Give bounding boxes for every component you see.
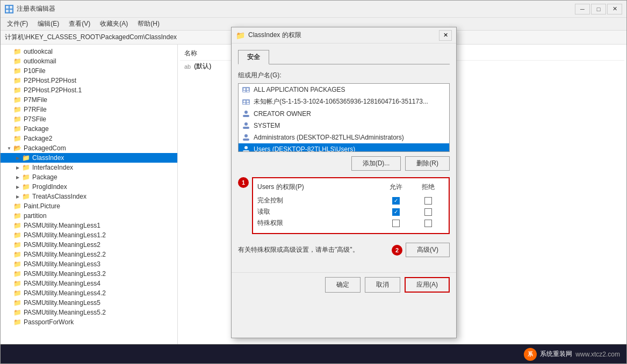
remove-button[interactable]: 删除(R) xyxy=(405,156,450,171)
deny-special-checkbox[interactable] xyxy=(412,220,444,227)
perm-row-read: 读取 xyxy=(257,206,444,217)
expander-icon xyxy=(5,318,13,326)
tab-security[interactable]: 安全 xyxy=(238,50,269,64)
allow-fullcontrol-checkbox[interactable] xyxy=(380,197,412,205)
tree-item[interactable]: 📁 PASMUtility.MeaningLess4 xyxy=(1,279,177,288)
user-list-item-system[interactable]: SYSTEM xyxy=(239,120,449,132)
svg-point-10 xyxy=(243,100,246,103)
checkbox-deny-full[interactable] xyxy=(424,197,432,205)
user-list-item-creator[interactable]: CREATOR OWNER xyxy=(239,108,449,120)
user-list[interactable]: ALL APPLICATION PACKAGES 未知帐户(S-1-15-3-1… xyxy=(238,83,450,152)
tree-item[interactable]: ▶ 📁 ProgIdIndex xyxy=(1,182,177,192)
expander-icon xyxy=(5,289,13,297)
svg-rect-21 xyxy=(243,150,249,152)
tree-item[interactable]: ▶ 📁 InterfaceIndex xyxy=(1,163,177,172)
apply-button[interactable]: 应用(A) xyxy=(405,277,450,293)
ok-button[interactable]: 确定 xyxy=(325,277,361,293)
checkbox-allow-special[interactable] xyxy=(392,220,400,227)
svg-rect-15 xyxy=(243,115,249,117)
close-button[interactable]: ✕ xyxy=(607,4,622,14)
cancel-button[interactable]: 取消 xyxy=(365,277,400,293)
tree-item[interactable]: 📁 Package xyxy=(1,124,177,134)
svg-rect-13 xyxy=(247,103,249,104)
permissions-section: Users 的权限(P) 允许 拒绝 完全控制 xyxy=(252,177,450,234)
tree-item[interactable]: ▶ 📁 TreatAsClassIndex xyxy=(1,192,177,201)
minimize-button[interactable]: ─ xyxy=(575,4,590,14)
tree-item[interactable]: 📁 PASMUtility.MeaningLess1.2 xyxy=(1,230,177,240)
allow-read-checkbox[interactable] xyxy=(380,208,412,216)
tree-item[interactable]: 📁 P7SFile xyxy=(1,114,177,124)
svg-point-16 xyxy=(244,122,248,126)
expander-icon xyxy=(5,125,13,133)
checkbox-allow-full[interactable] xyxy=(392,197,400,205)
tree-item[interactable]: 📁 PASMUtility.MeaningLess4.2 xyxy=(1,288,177,298)
svg-point-18 xyxy=(244,134,248,137)
tree-item-packagedcom[interactable]: ▼ 📂 PackagedCom xyxy=(1,143,177,153)
expander-icon xyxy=(5,221,13,230)
deny-fullcontrol-checkbox[interactable] xyxy=(412,197,444,205)
expander-icon: ▶ xyxy=(13,192,22,201)
checkbox-deny-special[interactable] xyxy=(424,220,432,227)
deny-read-checkbox[interactable] xyxy=(412,208,444,216)
tree-item[interactable]: 📁 P2PHost.P2PHost.1 xyxy=(1,85,177,95)
tree-item[interactable]: 📁 PASMUtility.MeaningLess5 xyxy=(1,298,177,308)
menu-edit[interactable]: 编辑(E) xyxy=(33,18,63,30)
perm-row-special: 特殊权限 xyxy=(257,217,444,229)
tree-item[interactable]: 📁 Paint.Picture xyxy=(1,201,177,211)
logo: 系 系统重装网 www.xtcz2.com xyxy=(524,348,620,361)
tree-item[interactable]: 📁 outlookmail xyxy=(1,56,177,66)
group-icon xyxy=(242,98,250,106)
svg-rect-0 xyxy=(6,6,9,9)
logo-icon: 系 xyxy=(524,348,537,361)
checkbox-deny-read[interactable] xyxy=(424,208,432,216)
tree-item[interactable]: 📁 PASMUtility.MeaningLess2.2 xyxy=(1,250,177,259)
svg-rect-8 xyxy=(247,91,249,92)
svg-rect-17 xyxy=(243,127,249,129)
menu-file[interactable]: 文件(F) xyxy=(3,18,32,30)
expander-icon xyxy=(5,202,13,210)
tree-item[interactable]: 📁 outlookcal xyxy=(1,47,177,56)
user-list-item[interactable]: ALL APPLICATION PACKAGES xyxy=(239,84,449,96)
svg-point-5 xyxy=(243,88,246,90)
expander-icon xyxy=(5,105,13,114)
tree-item[interactable]: 📁 Package2 xyxy=(1,134,177,143)
tree-panel[interactable]: 📁 outlookcal 📁 outlookmail 📁 P10File 📁 P… xyxy=(1,45,178,344)
tree-item[interactable]: ▶ 📁 Package xyxy=(1,172,177,182)
tree-item[interactable]: 📁 PassportForWork xyxy=(1,317,177,327)
tree-item[interactable]: 📁 partition xyxy=(1,211,177,221)
allow-special-checkbox[interactable] xyxy=(380,220,412,227)
tree-item[interactable]: 📁 P7MFile xyxy=(1,95,177,105)
tree-item[interactable]: 📁 PASMUtility.MeaningLess3 xyxy=(1,259,177,269)
expander-icon xyxy=(5,134,13,143)
svg-point-11 xyxy=(247,100,249,103)
expander-icon xyxy=(5,47,13,56)
dialog-close-button[interactable]: ✕ xyxy=(439,30,452,41)
tree-item[interactable]: 📁 PASMUtility.MeaningLess1 xyxy=(1,221,177,230)
group-icon xyxy=(242,85,250,94)
menu-help[interactable]: 帮助(H) xyxy=(133,18,164,30)
dialog-title-bar: 📁 ClassIndex 的权限 ✕ xyxy=(232,27,456,43)
tree-item[interactable]: 📁 P10File xyxy=(1,66,177,76)
tree-item[interactable]: 📁 P7RFile xyxy=(1,105,177,114)
tree-item[interactable]: 📁 PASMUtility.MeaningLess3.2 xyxy=(1,269,177,279)
add-button[interactable]: 添加(D)... xyxy=(351,156,401,171)
tree-item[interactable]: 📁 PASMUtility.MeaningLess5.2 xyxy=(1,308,177,317)
tree-item-classindex[interactable]: ▶ 📁 ClassIndex xyxy=(1,153,177,163)
permissions-header: Users 的权限(P) 允许 拒绝 xyxy=(257,183,444,192)
expander-icon xyxy=(5,270,13,278)
user-list-item-admin[interactable]: Administrators (DESKTOP-82TLHLS\Administ… xyxy=(239,132,449,143)
tree-item[interactable]: 📁 P2PHost.P2PHost xyxy=(1,76,177,85)
perm-row-fullcontrol: 完全控制 xyxy=(257,195,444,206)
advanced-button[interactable]: 高级(V) xyxy=(406,243,450,257)
expander-icon xyxy=(5,76,13,85)
checkbox-allow-read[interactable] xyxy=(392,208,400,216)
tree-item[interactable]: 📁 PASMUtility.MeaningLess2 xyxy=(1,240,177,250)
menu-favorites[interactable]: 收藏夹(A) xyxy=(96,18,132,30)
permissions-section-wrapper: 1 Users 的权限(P) 允许 拒绝 完全控制 xyxy=(238,177,450,238)
expander-icon xyxy=(5,231,13,239)
menu-view[interactable]: 查看(V) xyxy=(64,18,95,30)
user-list-item[interactable]: 未知帐户(S-1-15-3-1024-1065365936-1281604716… xyxy=(239,96,449,108)
maximize-button[interactable]: □ xyxy=(591,4,606,14)
svg-rect-2 xyxy=(6,10,9,12)
user-list-item-users[interactable]: Users (DESKTOP-82TLHLS\Users) xyxy=(239,143,449,152)
